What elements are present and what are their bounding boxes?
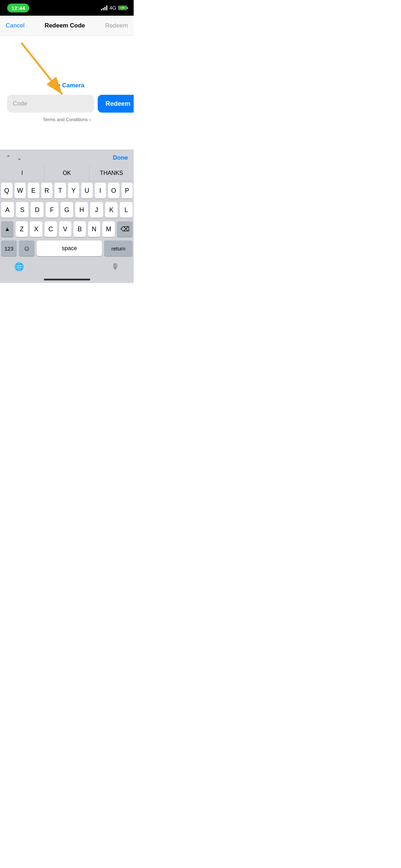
nav-redeem-button[interactable]: Redeem bbox=[105, 22, 128, 29]
key-w[interactable]: W bbox=[15, 183, 26, 198]
keyboard-row-4: 123 ☺ space return bbox=[0, 239, 134, 258]
page-title: Redeem Code bbox=[45, 22, 85, 29]
predictive-bar: I OK THANKS bbox=[0, 165, 134, 181]
key-g[interactable]: G bbox=[61, 202, 73, 218]
key-b[interactable]: B bbox=[73, 221, 86, 237]
keyboard-done-button[interactable]: Done bbox=[113, 154, 128, 161]
code-row: Redeem bbox=[0, 95, 134, 113]
key-emoji[interactable]: ☺ bbox=[19, 241, 35, 256]
terms-chevron-icon: › bbox=[89, 117, 91, 122]
main-content: Use Camera Redeem Terms and Conditions › bbox=[0, 36, 134, 150]
network-label: 4G bbox=[109, 5, 116, 11]
status-right: 4G ⚡ bbox=[101, 5, 128, 11]
key-q[interactable]: Q bbox=[1, 183, 12, 198]
key-h[interactable]: H bbox=[75, 202, 88, 218]
signal-bar-3 bbox=[104, 7, 106, 10]
keyboard-row-1: Q W E R T Y U I O P bbox=[0, 181, 134, 200]
keyboard-row-3: ▲ Z X C V B N M ⌫ bbox=[0, 219, 134, 239]
terms-link[interactable]: Terms and Conditions bbox=[43, 117, 88, 122]
globe-icon[interactable]: 🌐 bbox=[14, 262, 24, 272]
key-m[interactable]: M bbox=[102, 221, 115, 237]
battery-indicator: ⚡ bbox=[118, 6, 128, 10]
cancel-button[interactable]: Cancel bbox=[6, 22, 25, 29]
toolbar-down-arrow[interactable]: ⌄ bbox=[17, 154, 22, 162]
use-camera-container: Use Camera bbox=[0, 36, 134, 89]
key-f[interactable]: F bbox=[46, 202, 58, 218]
keyboard-toolbar: ⌃ ⌄ Done bbox=[0, 150, 134, 165]
predictive-item-2[interactable]: OK bbox=[45, 165, 89, 181]
signal-bar-2 bbox=[103, 8, 104, 10]
key-o[interactable]: O bbox=[108, 183, 119, 198]
nav-bar: Cancel Redeem Code Redeem bbox=[0, 16, 134, 36]
key-v[interactable]: V bbox=[59, 221, 72, 237]
key-return[interactable]: return bbox=[104, 241, 133, 256]
key-a[interactable]: A bbox=[1, 202, 14, 218]
bottom-bar: 🌐 🎙 bbox=[0, 258, 134, 276]
key-s[interactable]: S bbox=[16, 202, 29, 218]
key-e[interactable]: E bbox=[28, 183, 39, 198]
key-x[interactable]: X bbox=[30, 221, 42, 237]
toolbar-nav: ⌃ ⌄ bbox=[6, 154, 22, 162]
battery-tip bbox=[127, 7, 128, 9]
key-d[interactable]: D bbox=[31, 202, 43, 218]
battery-bolt-icon: ⚡ bbox=[121, 6, 125, 10]
key-t[interactable]: T bbox=[55, 183, 66, 198]
signal-bar-4 bbox=[106, 5, 107, 10]
key-shift[interactable]: ▲ bbox=[1, 221, 14, 237]
key-delete[interactable]: ⌫ bbox=[117, 221, 133, 237]
key-r[interactable]: R bbox=[41, 183, 53, 198]
battery-body: ⚡ bbox=[118, 6, 127, 10]
predictive-item-1[interactable]: I bbox=[0, 165, 45, 181]
use-camera-button[interactable]: Use Camera bbox=[49, 82, 84, 89]
key-p[interactable]: P bbox=[122, 183, 133, 198]
key-numbers[interactable]: 123 bbox=[1, 241, 17, 256]
home-indicator bbox=[0, 276, 134, 283]
mic-icon[interactable]: 🎙 bbox=[112, 262, 119, 272]
key-u[interactable]: U bbox=[81, 183, 93, 198]
key-space[interactable]: space bbox=[37, 241, 102, 256]
keyboard: Q W E R T Y U I O P A S D F G H J K L ▲ … bbox=[0, 181, 134, 258]
signal-bars bbox=[101, 5, 107, 10]
key-j[interactable]: J bbox=[90, 202, 103, 218]
status-time: 12:44 bbox=[7, 4, 29, 12]
key-y[interactable]: Y bbox=[68, 183, 79, 198]
signal-bar-1 bbox=[101, 9, 102, 10]
key-l[interactable]: L bbox=[120, 202, 133, 218]
key-z[interactable]: Z bbox=[16, 221, 28, 237]
code-input[interactable] bbox=[7, 95, 94, 113]
home-bar bbox=[44, 279, 90, 280]
key-c[interactable]: C bbox=[45, 221, 57, 237]
key-n[interactable]: N bbox=[88, 221, 101, 237]
toolbar-up-arrow[interactable]: ⌃ bbox=[6, 154, 11, 162]
terms-row: Terms and Conditions › bbox=[0, 117, 134, 122]
keyboard-row-2: A S D F G H J K L bbox=[0, 200, 134, 219]
status-bar: 12:44 4G ⚡ bbox=[0, 0, 134, 16]
predictive-item-3[interactable]: THANKS bbox=[89, 165, 134, 181]
redeem-button[interactable]: Redeem bbox=[98, 95, 134, 113]
key-k[interactable]: K bbox=[105, 202, 118, 218]
key-i[interactable]: I bbox=[95, 183, 106, 198]
